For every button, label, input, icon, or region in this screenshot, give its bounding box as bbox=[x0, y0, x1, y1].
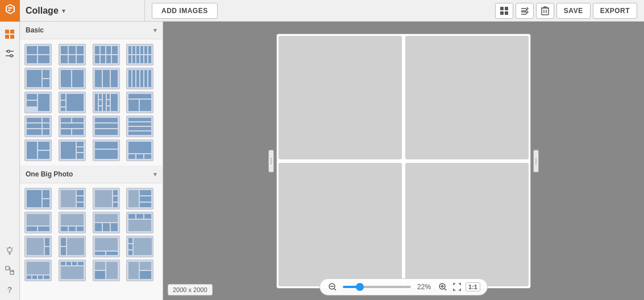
svg-rect-69 bbox=[27, 94, 37, 100]
svg-rect-74 bbox=[61, 108, 65, 111]
shuffle-button[interactable] bbox=[516, 3, 534, 19]
layout-thumb[interactable] bbox=[24, 92, 52, 113]
layout-thumb[interactable] bbox=[93, 68, 120, 89]
layout-thumb[interactable] bbox=[126, 260, 153, 281]
layout-thumb[interactable] bbox=[126, 116, 153, 137]
svg-rect-42 bbox=[112, 55, 118, 63]
layout-thumb[interactable] bbox=[24, 116, 52, 137]
layout-thumb[interactable] bbox=[93, 212, 120, 233]
app-title-area[interactable]: Collage ▾ bbox=[20, 0, 145, 22]
sidebar-icon-bulb[interactable] bbox=[2, 243, 18, 259]
svg-rect-39 bbox=[95, 55, 99, 63]
grid-layout-button[interactable] bbox=[495, 3, 513, 19]
layout-thumb[interactable] bbox=[126, 139, 153, 161]
aspect-ratio-button[interactable]: 1:1 bbox=[466, 282, 480, 291]
section-header-one-big-photo[interactable]: One Big Photo ▾ bbox=[20, 166, 163, 183]
svg-rect-143 bbox=[103, 223, 110, 231]
fullscreen-button[interactable] bbox=[453, 283, 461, 291]
svg-rect-134 bbox=[27, 214, 49, 225]
svg-rect-113 bbox=[95, 142, 118, 149]
layout-thumb[interactable] bbox=[93, 44, 120, 65]
layout-thumb[interactable] bbox=[126, 92, 153, 113]
sidebar-icon-help[interactable]: ? bbox=[2, 282, 18, 298]
svg-rect-40 bbox=[101, 55, 105, 63]
layout-thumb[interactable] bbox=[59, 44, 86, 65]
layout-thumb[interactable] bbox=[24, 44, 52, 65]
layout-thumb[interactable] bbox=[126, 68, 153, 89]
svg-rect-107 bbox=[38, 142, 49, 150]
svg-rect-78 bbox=[99, 100, 102, 105]
canvas-cell-top-right[interactable] bbox=[404, 34, 530, 161]
layout-thumb[interactable] bbox=[59, 212, 86, 233]
svg-rect-122 bbox=[61, 190, 76, 207]
right-drag-handle[interactable] bbox=[533, 150, 539, 172]
canvas-cell-bottom-right[interactable] bbox=[404, 161, 530, 288]
sidebar-icon-sliders[interactable] bbox=[2, 46, 18, 61]
sidebar-icon-grid[interactable] bbox=[2, 26, 18, 42]
zoom-out-button[interactable] bbox=[327, 281, 338, 293]
layout-thumb[interactable] bbox=[24, 139, 52, 161]
side-icons: ? bbox=[0, 22, 20, 300]
left-drag-handle[interactable] bbox=[268, 150, 274, 172]
svg-rect-111 bbox=[77, 147, 84, 152]
svg-rect-123 bbox=[77, 190, 84, 195]
svg-rect-75 bbox=[67, 94, 84, 111]
svg-rect-108 bbox=[38, 151, 49, 159]
export-button[interactable]: EXPORT bbox=[593, 3, 637, 19]
svg-line-184 bbox=[444, 289, 446, 290]
layout-thumb[interactable] bbox=[59, 139, 86, 161]
svg-rect-72 bbox=[61, 94, 65, 100]
svg-point-16 bbox=[7, 50, 10, 52]
layout-thumb[interactable] bbox=[93, 139, 120, 161]
canvas-cell-bottom-left[interactable] bbox=[277, 161, 404, 288]
layout-thumb[interactable] bbox=[24, 212, 52, 233]
section-label-basic: Basic bbox=[26, 26, 44, 34]
layout-thumb[interactable] bbox=[59, 188, 86, 209]
svg-rect-151 bbox=[45, 247, 49, 255]
zoom-slider[interactable] bbox=[343, 286, 411, 288]
svg-rect-170 bbox=[72, 262, 77, 265]
layout-thumb[interactable] bbox=[93, 260, 120, 281]
svg-rect-28 bbox=[38, 55, 49, 63]
sidebar-icon-transform[interactable] bbox=[2, 262, 18, 278]
canvas-cell-top-left[interactable] bbox=[277, 34, 404, 161]
layout-thumb[interactable] bbox=[24, 236, 52, 257]
layout-thumb[interactable] bbox=[126, 188, 153, 209]
layout-thumb[interactable] bbox=[126, 212, 153, 233]
zoom-in-button[interactable] bbox=[437, 281, 448, 293]
svg-rect-62 bbox=[111, 70, 118, 87]
layout-thumb[interactable] bbox=[93, 92, 120, 113]
layout-thumb[interactable] bbox=[24, 260, 52, 281]
svg-rect-76 bbox=[95, 94, 98, 111]
svg-rect-132 bbox=[140, 196, 151, 202]
layout-thumb[interactable] bbox=[126, 236, 153, 257]
layout-thumb[interactable] bbox=[93, 116, 120, 137]
svg-rect-98 bbox=[72, 129, 84, 135]
layout-panel: Basic ▾ bbox=[20, 22, 163, 300]
layout-thumb[interactable] bbox=[59, 92, 86, 113]
save-button[interactable]: SAVE bbox=[556, 3, 591, 19]
svg-rect-44 bbox=[132, 46, 135, 54]
delete-button[interactable] bbox=[536, 3, 554, 19]
layout-thumb[interactable] bbox=[24, 68, 52, 89]
layout-thumb[interactable] bbox=[59, 236, 86, 257]
layout-thumb[interactable] bbox=[126, 44, 153, 65]
svg-rect-127 bbox=[113, 190, 118, 195]
svg-rect-34 bbox=[77, 55, 84, 63]
svg-rect-47 bbox=[144, 46, 147, 54]
add-images-button[interactable]: ADD IMAGES bbox=[152, 3, 218, 19]
svg-rect-156 bbox=[95, 252, 105, 255]
svg-rect-114 bbox=[95, 150, 118, 159]
svg-rect-115 bbox=[128, 142, 151, 153]
layout-thumb[interactable] bbox=[24, 188, 52, 209]
svg-rect-93 bbox=[43, 129, 49, 135]
layout-thumb[interactable] bbox=[59, 260, 86, 281]
svg-rect-65 bbox=[136, 70, 139, 87]
layout-thumb[interactable] bbox=[93, 188, 120, 209]
layout-thumb[interactable] bbox=[59, 68, 86, 89]
layout-thumb[interactable] bbox=[59, 116, 86, 137]
layout-thumb[interactable] bbox=[93, 236, 120, 257]
collage-canvas bbox=[276, 34, 531, 289]
section-header-basic[interactable]: Basic ▾ bbox=[20, 22, 163, 39]
svg-rect-117 bbox=[136, 154, 143, 159]
